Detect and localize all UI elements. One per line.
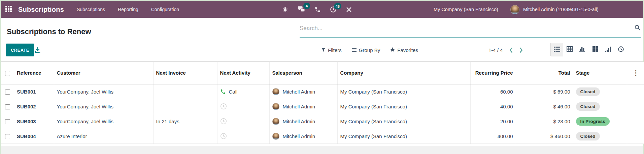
- cell-next-activity: [217, 114, 269, 129]
- table-row[interactable]: SUB004Azure InteriorMitchell AdminMy Com…: [1, 129, 644, 144]
- cell-stage: In Progress: [573, 114, 627, 129]
- salesperson-name: Mitchell Admin: [283, 89, 315, 95]
- group-by-button[interactable]: Group By: [352, 47, 380, 53]
- view-switch-graph[interactable]: [576, 43, 589, 56]
- cell-optional: [627, 129, 644, 144]
- activities-count-badge: 46: [334, 3, 341, 9]
- favorites-button[interactable]: Favorites: [390, 47, 418, 53]
- star-icon: [390, 47, 395, 53]
- user-avatar[interactable]: [510, 1, 519, 18]
- user-menu[interactable]: Mitchell Admin (11839431-15-0-all): [523, 1, 599, 18]
- cell-next-invoice: [153, 129, 217, 144]
- phone-icon[interactable]: [314, 6, 321, 13]
- stage-badge: In Progress: [576, 117, 610, 126]
- table-row[interactable]: SUB003YourCompany, Joel WillisIn 21 days…: [1, 114, 644, 129]
- header-stage[interactable]: Stage: [573, 62, 627, 84]
- pager-previous-icon[interactable]: [508, 47, 513, 54]
- view-switch-kanban[interactable]: [589, 43, 602, 56]
- list-body: SUB001YourCompany, Joel WillisCallMitche…: [1, 84, 644, 144]
- salesperson-avatar: [272, 103, 279, 110]
- cell-recurring-price: 400.00: [470, 129, 516, 144]
- cell-next-activity: [217, 99, 269, 114]
- cell-customer: YourCompany, Joel Willis: [54, 114, 153, 129]
- cell-customer: YourCompany, Joel Willis: [54, 84, 153, 99]
- menu-reporting[interactable]: Reporting: [118, 7, 138, 12]
- tools-icon[interactable]: [346, 6, 352, 13]
- search-bar: [300, 19, 641, 37]
- row-select-cell[interactable]: [1, 114, 14, 129]
- pager-next-icon[interactable]: [519, 47, 524, 54]
- schedule-activity-clock-icon: [220, 133, 227, 139]
- cell-customer: Azure Interior: [54, 129, 153, 144]
- menu-subscriptions[interactable]: Subscriptions: [77, 7, 105, 12]
- create-button[interactable]: CREATE: [6, 44, 34, 56]
- pager: 1-4 / 4: [488, 44, 524, 56]
- bug-icon[interactable]: [282, 6, 288, 12]
- cell-optional: [627, 99, 644, 114]
- table-row[interactable]: SUB001YourCompany, Joel WillisCallMitche…: [1, 84, 644, 99]
- optional-columns-toggle[interactable]: ⋮: [627, 62, 644, 84]
- row-select-cell[interactable]: [1, 84, 14, 99]
- messages-icon[interactable]: 4: [297, 6, 305, 13]
- messages-count-badge: 4: [303, 3, 310, 9]
- search-icon[interactable]: [634, 24, 641, 32]
- cell-recurring-price: 40.00: [470, 99, 516, 114]
- header-next-invoice[interactable]: Next Invoice: [153, 62, 217, 84]
- header-recurring-price[interactable]: Recurring Price: [470, 62, 516, 84]
- activities-clock-icon[interactable]: 46: [330, 6, 337, 13]
- cell-stage: Closed: [573, 84, 627, 99]
- next-activity-call[interactable]: Call: [220, 89, 267, 95]
- cell-company: My Company (San Francisco): [337, 99, 470, 114]
- next-activity-clock[interactable]: [220, 103, 267, 110]
- salesperson-name: Mitchell Admin: [283, 119, 315, 124]
- cell-optional: [627, 114, 644, 129]
- header-company[interactable]: Company: [337, 62, 470, 84]
- page-title: Subscriptions to Renew: [7, 27, 91, 36]
- table-header-row: Reference Customer Next Invoice Next Act…: [1, 62, 644, 84]
- row-checkbox[interactable]: [5, 104, 10, 109]
- header-total[interactable]: Total: [516, 62, 573, 84]
- table-row[interactable]: SUB002YourCompany, Joel WillisMitchell A…: [1, 99, 644, 114]
- cell-next-invoice: [153, 84, 217, 99]
- cell-company: My Company (San Francisco): [337, 84, 470, 99]
- menu-configuration[interactable]: Configuration: [151, 7, 179, 12]
- app-window: Subscriptions Subscriptions Reporting Co…: [0, 0, 644, 154]
- export-download-icon[interactable]: [34, 47, 41, 53]
- app-brand-title[interactable]: Subscriptions: [18, 1, 64, 18]
- header-customer[interactable]: Customer: [54, 62, 153, 84]
- view-switch-cohort[interactable]: [602, 43, 614, 56]
- header-reference[interactable]: Reference: [14, 62, 54, 84]
- app-menubar: Subscriptions Reporting Configuration: [77, 1, 179, 18]
- cell-reference: SUB004: [14, 129, 54, 144]
- next-activity-clock[interactable]: [220, 133, 267, 139]
- row-select-cell[interactable]: [1, 99, 14, 114]
- row-select-cell[interactable]: [1, 129, 14, 144]
- select-all-checkbox[interactable]: [5, 71, 10, 76]
- filters-button[interactable]: Filters: [321, 47, 342, 53]
- apps-menu-button[interactable]: [5, 1, 12, 18]
- company-switcher[interactable]: My Company (San Francisco): [434, 1, 498, 18]
- cell-recurring-price: 60.00: [470, 84, 516, 99]
- cell-salesperson: Mitchell Admin: [269, 129, 337, 144]
- systray: 4 46: [282, 1, 352, 18]
- cell-customer: YourCompany, Joel Willis: [54, 99, 153, 114]
- header-salesperson[interactable]: Salesperson: [269, 62, 337, 84]
- filter-funnel-icon: [321, 47, 326, 53]
- salesperson-name: Mitchell Admin: [283, 104, 315, 109]
- row-checkbox[interactable]: [5, 119, 10, 124]
- next-activity-clock[interactable]: [220, 118, 267, 125]
- select-all-cell[interactable]: [1, 62, 14, 84]
- row-checkbox[interactable]: [5, 134, 10, 139]
- view-switch-pivot[interactable]: [563, 43, 576, 56]
- stage-badge: Closed: [576, 132, 600, 140]
- call-phone-icon: [220, 89, 226, 95]
- search-input[interactable]: [300, 25, 634, 32]
- cell-reference: SUB002: [14, 99, 54, 114]
- view-switch-activity[interactable]: [614, 43, 627, 56]
- view-switch-list[interactable]: [550, 43, 563, 56]
- cell-total: $ 69.00: [516, 84, 573, 99]
- header-next-activity[interactable]: Next Activity: [217, 62, 269, 84]
- salesperson-avatar: [272, 88, 279, 95]
- filters-label: Filters: [328, 47, 342, 53]
- row-checkbox[interactable]: [5, 89, 10, 95]
